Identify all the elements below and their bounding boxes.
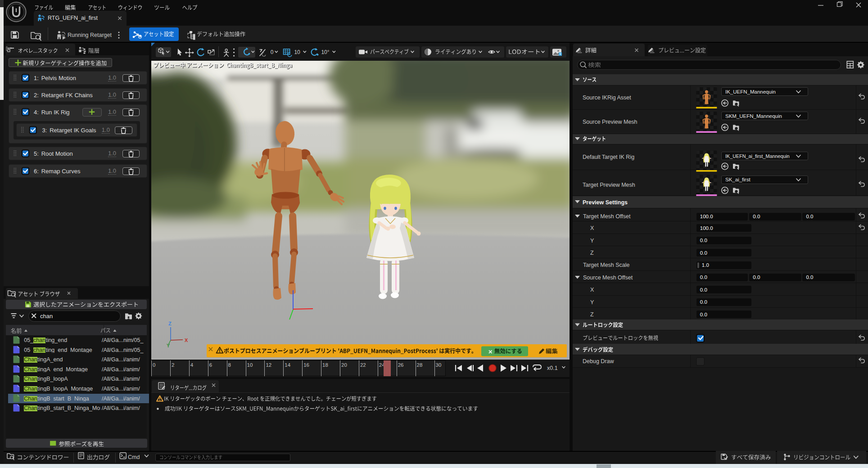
svg-text:Y: Y (167, 343, 170, 348)
svg-text:X: X (185, 338, 188, 343)
svg-text:Z: Z (168, 321, 172, 326)
